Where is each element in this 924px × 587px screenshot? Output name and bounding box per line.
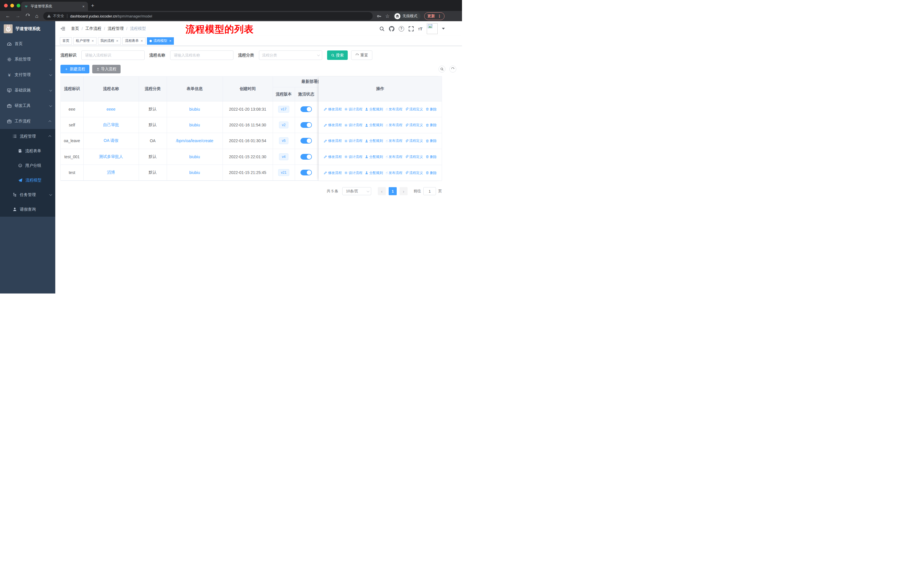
tag-my-process[interactable]: 我的流程× [98,37,121,45]
tag-close-icon[interactable]: × [169,39,172,43]
publish-process-link[interactable]: ☝发布流程 [386,107,402,112]
delete-link[interactable]: 删除 [426,154,437,159]
tag-close-icon[interactable]: × [140,39,143,43]
assign-rule-link[interactable]: 分配规则 [365,154,383,159]
design-process-link[interactable]: 设计流程 [344,123,362,127]
cell-process-name-link[interactable]: eeee [83,101,139,117]
help-icon[interactable]: ? [399,26,404,31]
page-size-select[interactable]: 10条/页 [342,187,371,195]
breadcrumb-home[interactable]: 首页 [71,26,79,31]
tag-tenant-management[interactable]: 租户管理× [73,37,97,45]
cell-process-name-link[interactable]: 滔博 [83,165,139,180]
version-badge[interactable]: v2 [279,122,289,128]
process-definition-link[interactable]: 流程定义 [405,107,423,112]
prev-page-button[interactable]: ‹ [378,187,386,195]
maximize-window-button[interactable] [16,4,20,7]
cell-form-link[interactable]: biubiu [167,149,223,165]
bookmark-star-icon[interactable]: ☆ [385,13,389,19]
password-key-icon[interactable] [377,14,381,19]
edit-process-link[interactable]: 修改流程 [323,154,342,159]
design-process-link[interactable]: 设计流程 [344,170,362,175]
cell-form-link[interactable]: biubiu [167,101,223,117]
cell-form-link[interactable]: /bpm/oa/leave/create [167,133,223,149]
publish-process-link[interactable]: ☝发布流程 [386,123,402,127]
avatar[interactable] [427,23,438,34]
browser-tab[interactable]: 芋道管理系统 × [21,2,88,11]
tab-close-icon[interactable]: × [82,4,85,8]
window-controls[interactable] [4,4,20,7]
hide-search-button[interactable] [439,66,446,73]
cell-process-name-link[interactable]: 自己审批 [83,117,139,133]
edit-process-link[interactable]: 修改流程 [323,139,342,143]
active-toggle[interactable] [300,154,312,160]
process-definition-link[interactable]: 流程定义 [405,139,423,143]
cell-form-link[interactable]: biubiu [167,117,223,133]
assign-rule-link[interactable]: 分配规则 [365,139,383,143]
breadcrumb-workflow[interactable]: 工作流程 [85,26,101,31]
tag-home[interactable]: 首页 [60,37,72,45]
hamburger-collapse-icon[interactable] [60,26,66,31]
edit-process-link[interactable]: 修改流程 [323,107,342,112]
sidebar-item-infrastructure[interactable]: 基础设施 [0,83,55,98]
version-badge[interactable]: v5 [279,137,289,144]
publish-process-link[interactable]: ☝发布流程 [386,154,402,159]
fullscreen-icon[interactable] [408,26,414,31]
sidebar-item-workflow[interactable]: 工作流程 [0,114,55,129]
sidebar-item-home[interactable]: 首页 [0,36,55,51]
publish-process-link[interactable]: ☝发布流程 [386,139,402,143]
reload-button[interactable] [25,14,30,18]
tag-close-icon[interactable]: × [116,39,119,43]
design-process-link[interactable]: 设计流程 [344,107,362,112]
delete-link[interactable]: 删除 [426,123,437,127]
process-category-select[interactable]: 流程分类 [259,50,322,60]
home-button[interactable]: ⌂ [35,13,38,19]
process-definition-link[interactable]: 流程定义 [405,123,423,127]
cell-process-name-link[interactable]: 测试多审批人 [83,149,139,165]
edit-process-link[interactable]: 修改流程 [323,123,342,127]
sidebar-item-task-management[interactable]: 任务管理 [0,187,55,202]
edit-process-link[interactable]: 修改流程 [323,170,342,175]
new-tab-button[interactable]: + [91,3,94,9]
create-process-button[interactable]: ＋ 新建流程 [60,65,89,73]
reset-button[interactable]: 重置 [351,50,372,60]
process-key-input[interactable] [81,50,145,60]
sidebar-item-system[interactable]: 系统管理 [0,51,55,67]
design-process-link[interactable]: 设计流程 [344,154,362,159]
assign-rule-link[interactable]: 分配规则 [365,123,383,127]
cell-form-link[interactable]: biubiu [167,165,223,180]
sidebar-item-user-group[interactable]: 用户分组 [0,158,55,173]
sidebar-item-payment[interactable]: ¥ 支付管理 [0,67,55,83]
delete-link[interactable]: 删除 [426,139,437,143]
address-bar[interactable]: 不安全 dashboard.yudao.iocoder.cn/bpm/manag… [43,12,373,20]
goto-page-input[interactable] [423,187,436,195]
version-badge[interactable]: v21 [278,169,289,176]
import-process-button[interactable]: 导入流程 [92,65,120,73]
caret-down-icon[interactable] [442,28,445,30]
assign-rule-link[interactable]: 分配规则 [365,107,383,112]
sidebar-item-process-management[interactable]: 流程管理 [0,129,55,144]
publish-process-link[interactable]: ☝发布流程 [386,170,402,175]
process-name-input[interactable] [170,50,233,60]
tag-process-model-active[interactable]: 流程模型× [147,37,174,45]
process-definition-link[interactable]: 流程定义 [405,154,423,159]
process-definition-link[interactable]: 流程定义 [405,170,423,175]
sidebar-item-process-model[interactable]: 流程模型 [0,173,55,187]
sidebar-item-process-form[interactable]: 流程表单 [0,144,55,158]
minimize-window-button[interactable] [10,4,14,7]
active-toggle[interactable] [300,170,312,175]
forward-button[interactable]: → [15,13,20,19]
font-size-icon[interactable]: TT [418,26,422,31]
close-window-button[interactable] [4,4,8,7]
tag-close-icon[interactable]: × [92,39,94,43]
page-number-active[interactable]: 1 [389,187,397,195]
delete-link[interactable]: 删除 [426,170,437,175]
delete-link[interactable]: 删除 [426,107,437,112]
active-toggle[interactable] [300,106,312,112]
back-button[interactable]: ← [5,13,10,19]
browser-menu-icon[interactable]: ⋮ [437,14,441,18]
sidebar-item-leave-query[interactable]: 请假查询 [0,202,55,217]
sidebar-item-dev-tools[interactable]: 研发工具 [0,98,55,114]
search-icon[interactable] [379,26,384,31]
update-browser-button[interactable]: 更新 ⋮ [424,12,444,20]
refresh-table-button[interactable] [449,66,456,73]
